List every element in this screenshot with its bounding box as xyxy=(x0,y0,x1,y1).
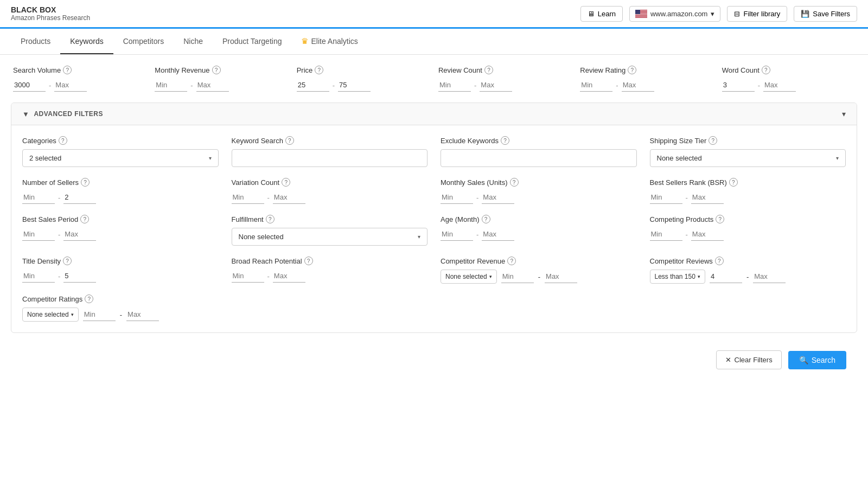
price-info-icon[interactable]: ? xyxy=(315,66,323,74)
age-month-min[interactable] xyxy=(441,228,473,241)
word-count-min[interactable] xyxy=(722,79,755,92)
search-volume-info-icon[interactable]: ? xyxy=(63,66,72,74)
best-sales-period-min[interactable] xyxy=(22,228,55,241)
filter-library-button[interactable]: ⊟ Filter library xyxy=(727,6,787,22)
search-volume-label: Search Volume ? xyxy=(13,66,146,74)
bsr-max[interactable] xyxy=(691,191,724,204)
review-rating-min[interactable] xyxy=(580,79,612,92)
competitor-reviews-info-icon[interactable]: ? xyxy=(715,257,724,265)
search-button[interactable]: 🔍 Search xyxy=(788,351,846,369)
learn-button[interactable]: 🖥 Learn xyxy=(580,6,623,22)
amazon-domain-selector[interactable]: www.amazon.com ▾ xyxy=(629,6,720,22)
search-volume-max[interactable] xyxy=(54,79,87,92)
title-density-min[interactable] xyxy=(22,270,55,283)
competitor-ratings-max[interactable] xyxy=(126,308,159,321)
keyword-search-info-icon[interactable]: ? xyxy=(285,136,294,145)
comp-reviews-caret-icon: ▾ xyxy=(698,274,700,279)
competing-products-max[interactable] xyxy=(691,228,724,241)
shipping-size-tier-info-icon[interactable]: ? xyxy=(709,136,717,145)
number-of-sellers-max[interactable] xyxy=(63,191,96,204)
competitor-revenue-dropdown[interactable]: None selected ▾ xyxy=(441,270,497,284)
competitor-revenue-info-icon[interactable]: ? xyxy=(507,257,516,265)
competitor-reviews-min[interactable] xyxy=(710,270,742,283)
monthly-revenue-min[interactable] xyxy=(155,79,187,92)
competitor-reviews-max[interactable] xyxy=(753,270,786,283)
app-subtitle: Amazon Phrases Research xyxy=(11,14,90,22)
competitor-revenue-max[interactable] xyxy=(545,270,577,283)
variation-count-min[interactable] xyxy=(232,191,264,204)
monthly-sales-units-max[interactable] xyxy=(482,191,514,204)
monthly-sales-units-min[interactable] xyxy=(441,191,473,204)
monthly-revenue-info-icon[interactable]: ? xyxy=(212,66,221,74)
shipping-size-tier-dropdown[interactable]: None selected ▾ xyxy=(650,149,846,167)
title-density-info-icon[interactable]: ? xyxy=(63,257,72,265)
broad-reach-info-icon[interactable]: ? xyxy=(304,257,313,265)
competitor-revenue-min[interactable] xyxy=(501,270,534,283)
comp-rev-caret-icon: ▾ xyxy=(489,274,492,279)
competitor-ratings-info-icon[interactable]: ? xyxy=(85,294,93,303)
age-month-range: - xyxy=(441,228,637,241)
title-density-sep: - xyxy=(58,272,60,280)
review-count-info-icon[interactable]: ? xyxy=(484,66,493,74)
age-month-max[interactable] xyxy=(482,228,514,241)
review-count-min[interactable] xyxy=(438,79,471,92)
tab-keywords[interactable]: Keywords xyxy=(60,29,113,54)
title-density-max[interactable] xyxy=(63,270,96,283)
tab-competitors[interactable]: Competitors xyxy=(113,29,174,54)
variation-count-max[interactable] xyxy=(273,191,305,204)
best-sales-period-max[interactable] xyxy=(63,228,96,241)
number-of-sellers-min[interactable] xyxy=(22,191,55,204)
age-month-info-icon[interactable]: ? xyxy=(482,215,490,223)
exclude-keywords-input[interactable] xyxy=(441,149,637,167)
tab-niche[interactable]: Niche xyxy=(174,29,213,54)
variation-count-info-icon[interactable]: ? xyxy=(282,178,290,187)
competing-products-range: - xyxy=(650,228,846,241)
fulfillment-dropdown[interactable]: None selected ▾ xyxy=(232,228,428,246)
exclude-keywords-info-icon[interactable]: ? xyxy=(501,136,509,145)
broad-reach-max[interactable] xyxy=(273,270,305,283)
categories-info-icon[interactable]: ? xyxy=(59,136,67,145)
monthly-revenue-max[interactable] xyxy=(196,79,229,92)
best-sales-period-info-icon[interactable]: ? xyxy=(80,215,89,223)
fulfillment-label: Fulfillment ? xyxy=(232,215,428,223)
bsr-min[interactable] xyxy=(650,191,682,204)
price-filter: Price ? - xyxy=(297,66,430,92)
broad-reach-potential-label: Broad Reach Potential ? xyxy=(232,257,428,265)
tab-products[interactable]: Products xyxy=(11,29,60,54)
monitor-icon: 🖥 xyxy=(588,10,595,18)
funnel-icon: ▼ xyxy=(22,110,29,118)
best-sellers-rank-info-icon[interactable]: ? xyxy=(729,178,738,187)
best-sales-period-range: - xyxy=(22,228,219,241)
tab-elite-analytics[interactable]: ♛ Elite Analytics xyxy=(291,29,367,55)
main-content: Search Volume ? - Monthly Revenue ? - xyxy=(0,55,868,389)
monthly-sales-units-info-icon[interactable]: ? xyxy=(510,178,519,187)
competitor-revenue-dropdown-value: None selected xyxy=(445,273,487,280)
tab-product-targeting[interactable]: Product Targeting xyxy=(213,29,291,54)
keyword-search-filter: Keyword Search ? xyxy=(232,136,428,167)
search-volume-min[interactable] xyxy=(13,79,46,92)
word-count-info-icon[interactable]: ? xyxy=(762,66,770,74)
save-filters-button[interactable]: 💾 Save Filters xyxy=(794,6,857,22)
price-max[interactable] xyxy=(338,79,371,92)
categories-dropdown[interactable]: 2 selected ▾ xyxy=(22,149,219,167)
word-count-max[interactable] xyxy=(763,79,796,92)
crown-icon: ♛ xyxy=(301,36,308,46)
review-rating-info-icon[interactable]: ? xyxy=(628,66,636,74)
broad-reach-min[interactable] xyxy=(232,270,264,283)
number-of-sellers-info-icon[interactable]: ? xyxy=(81,178,90,187)
keyword-search-input[interactable] xyxy=(232,149,428,167)
competitor-reviews-dropdown[interactable]: Less than 150 ▾ xyxy=(650,270,705,284)
review-rating-max[interactable] xyxy=(622,79,654,92)
price-min[interactable] xyxy=(297,79,329,92)
advanced-filters-header[interactable]: ▼ ADVANCED FILTERS ▾ xyxy=(11,103,857,125)
keyword-search-label: Keyword Search ? xyxy=(232,136,428,145)
clear-filters-button[interactable]: ✕ Clear Filters xyxy=(716,350,782,369)
fulfillment-info-icon[interactable]: ? xyxy=(266,215,275,223)
review-count-sep: - xyxy=(474,81,476,89)
monthly-revenue-range: - xyxy=(155,79,288,92)
competitor-ratings-dropdown[interactable]: None selected ▾ xyxy=(22,308,79,322)
review-count-max[interactable] xyxy=(480,79,512,92)
competing-products-min[interactable] xyxy=(650,228,682,241)
competitor-ratings-min[interactable] xyxy=(83,308,116,321)
competing-products-info-icon[interactable]: ? xyxy=(716,215,724,223)
